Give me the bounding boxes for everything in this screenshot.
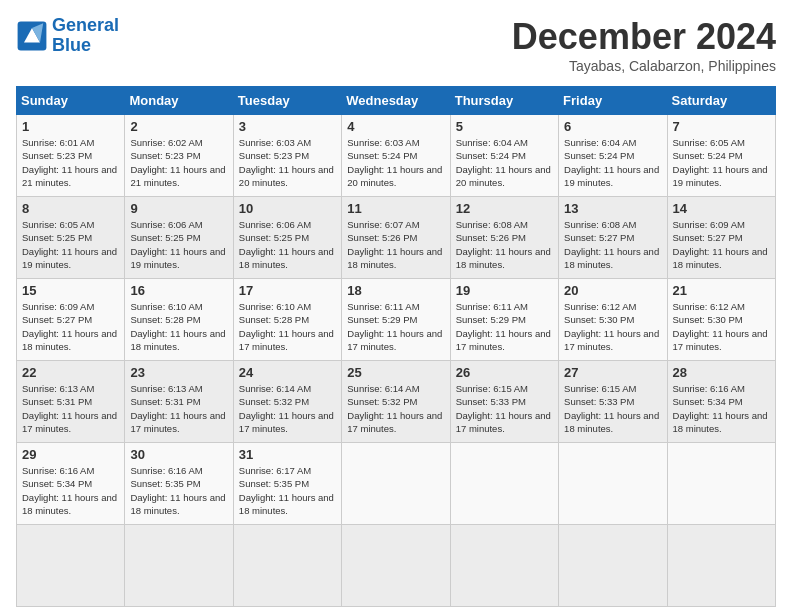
title-block: December 2024 Tayabas, Calabarzon, Phili… bbox=[512, 16, 776, 74]
table-row: 24Sunrise: 6:14 AMSunset: 5:32 PMDayligh… bbox=[233, 361, 341, 443]
table-row: 23Sunrise: 6:13 AMSunset: 5:31 PMDayligh… bbox=[125, 361, 233, 443]
table-row: 18Sunrise: 6:11 AMSunset: 5:29 PMDayligh… bbox=[342, 279, 450, 361]
col-friday: Friday bbox=[559, 87, 667, 115]
table-row: 22Sunrise: 6:13 AMSunset: 5:31 PMDayligh… bbox=[17, 361, 125, 443]
location: Tayabas, Calabarzon, Philippines bbox=[512, 58, 776, 74]
table-row: 31Sunrise: 6:17 AMSunset: 5:35 PMDayligh… bbox=[233, 443, 341, 525]
col-wednesday: Wednesday bbox=[342, 87, 450, 115]
col-saturday: Saturday bbox=[667, 87, 775, 115]
table-row: 9Sunrise: 6:06 AMSunset: 5:25 PMDaylight… bbox=[125, 197, 233, 279]
table-row bbox=[667, 525, 775, 607]
table-row bbox=[559, 525, 667, 607]
table-row: 8Sunrise: 6:05 AMSunset: 5:25 PMDaylight… bbox=[17, 197, 125, 279]
table-row: 27Sunrise: 6:15 AMSunset: 5:33 PMDayligh… bbox=[559, 361, 667, 443]
col-sunday: Sunday bbox=[17, 87, 125, 115]
table-row: 25Sunrise: 6:14 AMSunset: 5:32 PMDayligh… bbox=[342, 361, 450, 443]
table-row: 6Sunrise: 6:04 AMSunset: 5:24 PMDaylight… bbox=[559, 115, 667, 197]
table-row: 20Sunrise: 6:12 AMSunset: 5:30 PMDayligh… bbox=[559, 279, 667, 361]
logo-icon bbox=[16, 20, 48, 52]
calendar-table: Sunday Monday Tuesday Wednesday Thursday… bbox=[16, 86, 776, 607]
col-tuesday: Tuesday bbox=[233, 87, 341, 115]
table-row: 29Sunrise: 6:16 AMSunset: 5:34 PMDayligh… bbox=[17, 443, 125, 525]
table-row: 10Sunrise: 6:06 AMSunset: 5:25 PMDayligh… bbox=[233, 197, 341, 279]
table-row bbox=[559, 443, 667, 525]
table-row bbox=[667, 443, 775, 525]
col-monday: Monday bbox=[125, 87, 233, 115]
logo: General Blue bbox=[16, 16, 119, 56]
table-row: 12Sunrise: 6:08 AMSunset: 5:26 PMDayligh… bbox=[450, 197, 558, 279]
table-row: 21Sunrise: 6:12 AMSunset: 5:30 PMDayligh… bbox=[667, 279, 775, 361]
table-row: 28Sunrise: 6:16 AMSunset: 5:34 PMDayligh… bbox=[667, 361, 775, 443]
table-row: 17Sunrise: 6:10 AMSunset: 5:28 PMDayligh… bbox=[233, 279, 341, 361]
table-row: 7Sunrise: 6:05 AMSunset: 5:24 PMDaylight… bbox=[667, 115, 775, 197]
table-row bbox=[17, 525, 125, 607]
col-thursday: Thursday bbox=[450, 87, 558, 115]
page-header: General Blue December 2024 Tayabas, Cala… bbox=[16, 16, 776, 74]
table-row bbox=[450, 443, 558, 525]
header-row: Sunday Monday Tuesday Wednesday Thursday… bbox=[17, 87, 776, 115]
table-row: 19Sunrise: 6:11 AMSunset: 5:29 PMDayligh… bbox=[450, 279, 558, 361]
logo-text: General Blue bbox=[52, 16, 119, 56]
table-row: 13Sunrise: 6:08 AMSunset: 5:27 PMDayligh… bbox=[559, 197, 667, 279]
table-row bbox=[125, 525, 233, 607]
table-row: 26Sunrise: 6:15 AMSunset: 5:33 PMDayligh… bbox=[450, 361, 558, 443]
table-row bbox=[342, 443, 450, 525]
table-row: 4Sunrise: 6:03 AMSunset: 5:24 PMDaylight… bbox=[342, 115, 450, 197]
table-row: 30Sunrise: 6:16 AMSunset: 5:35 PMDayligh… bbox=[125, 443, 233, 525]
table-row: 14Sunrise: 6:09 AMSunset: 5:27 PMDayligh… bbox=[667, 197, 775, 279]
table-row: 2Sunrise: 6:02 AMSunset: 5:23 PMDaylight… bbox=[125, 115, 233, 197]
table-row: 3Sunrise: 6:03 AMSunset: 5:23 PMDaylight… bbox=[233, 115, 341, 197]
table-row: 15Sunrise: 6:09 AMSunset: 5:27 PMDayligh… bbox=[17, 279, 125, 361]
table-row bbox=[233, 525, 341, 607]
table-row bbox=[450, 525, 558, 607]
table-row bbox=[342, 525, 450, 607]
table-row: 11Sunrise: 6:07 AMSunset: 5:26 PMDayligh… bbox=[342, 197, 450, 279]
table-row: 1Sunrise: 6:01 AMSunset: 5:23 PMDaylight… bbox=[17, 115, 125, 197]
table-row: 5Sunrise: 6:04 AMSunset: 5:24 PMDaylight… bbox=[450, 115, 558, 197]
table-row: 16Sunrise: 6:10 AMSunset: 5:28 PMDayligh… bbox=[125, 279, 233, 361]
month-title: December 2024 bbox=[512, 16, 776, 58]
